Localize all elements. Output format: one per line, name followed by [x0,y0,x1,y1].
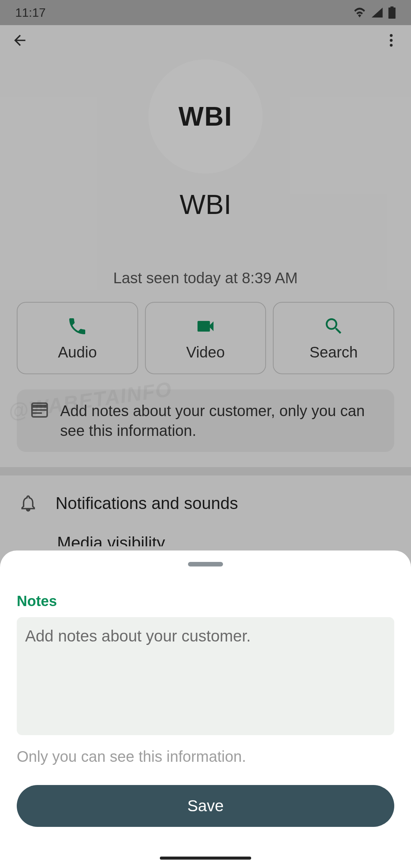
navigation-handle[interactable] [160,857,251,860]
privacy-hint: Only you can see this information. [17,748,394,765]
notes-input[interactable] [17,617,394,735]
notes-bottom-sheet: Notes Only you can see this information.… [0,550,411,868]
sheet-title: Notes [17,593,394,610]
save-button[interactable]: Save [17,785,394,827]
drag-handle[interactable] [188,562,223,566]
